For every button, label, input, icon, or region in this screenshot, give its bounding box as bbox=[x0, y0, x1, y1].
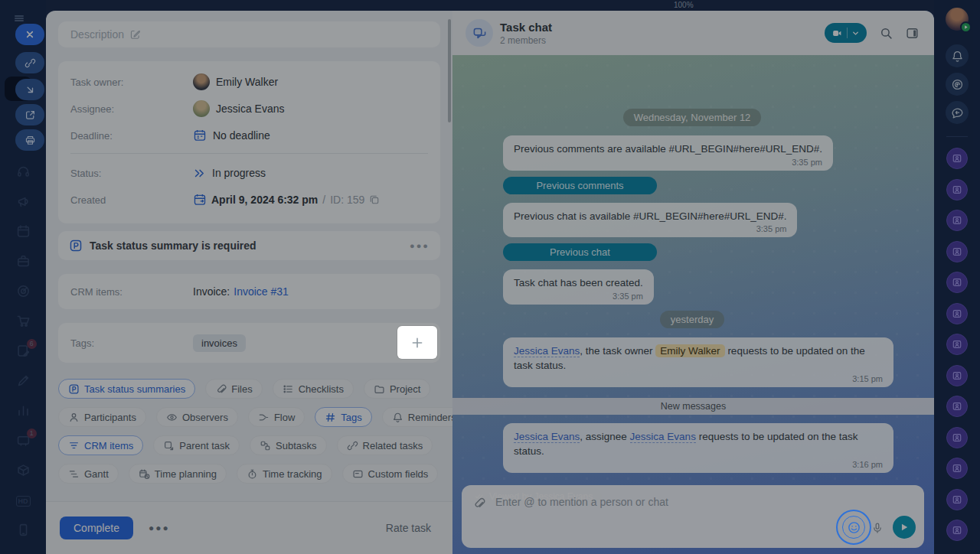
deadline-value[interactable]: No deadline bbox=[213, 129, 270, 142]
aitv-icon[interactable]: 1 bbox=[16, 433, 31, 448]
panel-scrollbar[interactable] bbox=[448, 19, 451, 122]
zoom-indicator: 100% bbox=[674, 1, 694, 9]
recent-chat-item[interactable] bbox=[946, 396, 968, 417]
tab-custom-fields[interactable]: Custom fields bbox=[342, 464, 439, 484]
briefcase-icon bbox=[16, 254, 31, 269]
tab-files[interactable]: Files bbox=[205, 379, 262, 399]
tab-project[interactable]: Project bbox=[364, 379, 430, 399]
tab-checklists[interactable]: Checklists bbox=[273, 379, 354, 399]
tab-tags[interactable]: Tags bbox=[315, 407, 371, 427]
complete-button[interactable]: Complete bbox=[60, 517, 133, 539]
pen-icon[interactable] bbox=[16, 373, 31, 389]
new-messages-divider: New messages bbox=[452, 398, 934, 415]
chat-avatar[interactable] bbox=[466, 19, 493, 47]
chat-action-button[interactable]: Previous chat bbox=[503, 243, 657, 261]
phone-icon[interactable] bbox=[16, 523, 31, 538]
briefcase-icon[interactable] bbox=[16, 254, 31, 269]
arrow-down-right-icon bbox=[24, 84, 36, 96]
recent-chat-item[interactable] bbox=[946, 272, 968, 293]
user-mention-link[interactable]: Jessica Evans bbox=[514, 431, 580, 443]
add-tag-button[interactable] bbox=[397, 326, 437, 359]
menu-hamburger-icon[interactable] bbox=[12, 11, 26, 24]
task-owner-name[interactable]: Emily Walker bbox=[216, 76, 278, 88]
send-message-button[interactable] bbox=[893, 516, 916, 539]
video-call-button[interactable] bbox=[825, 23, 867, 43]
attach-file-button[interactable] bbox=[472, 496, 485, 510]
recent-chat-item[interactable] bbox=[946, 520, 968, 541]
print-button[interactable] bbox=[15, 129, 44, 151]
recent-chat-item[interactable] bbox=[946, 303, 968, 324]
user-mention-highlight[interactable]: Emily Walker bbox=[655, 344, 724, 357]
box-icon[interactable] bbox=[16, 463, 31, 478]
recent-chat-item[interactable] bbox=[946, 458, 968, 479]
status-value[interactable]: In progress bbox=[212, 167, 266, 179]
description-field[interactable]: Description bbox=[58, 21, 440, 47]
headset-icon[interactable] bbox=[16, 165, 31, 180]
hd-quality-icon[interactable]: HD bbox=[16, 493, 31, 508]
barchart-icon[interactable] bbox=[16, 403, 31, 419]
card-icon bbox=[952, 153, 962, 164]
chat-transfer-button[interactable] bbox=[946, 101, 969, 124]
more-actions-button[interactable]: ●●● bbox=[149, 523, 170, 533]
avatar[interactable] bbox=[193, 100, 210, 117]
chat-title: Task chat bbox=[500, 21, 552, 34]
message-input[interactable] bbox=[494, 492, 785, 512]
chat-action-button[interactable]: Previous comments bbox=[503, 177, 657, 194]
cart-icon[interactable] bbox=[16, 314, 31, 329]
chat-message: Task chat has been created.3:35 pm bbox=[503, 269, 654, 305]
tab-time-planning[interactable]: Time planning bbox=[129, 464, 227, 484]
user-avatar[interactable] bbox=[946, 8, 969, 31]
open-in-new-window-button[interactable] bbox=[15, 104, 44, 125]
recent-chat-item[interactable] bbox=[946, 148, 968, 169]
chat-members-count[interactable]: 2 members bbox=[500, 35, 552, 46]
tab-observers[interactable]: Observers bbox=[156, 407, 238, 427]
crm-item-link[interactable]: Invoice #31 bbox=[234, 285, 289, 298]
recent-chat-item[interactable] bbox=[946, 179, 968, 200]
task-owner-row: Task owner: Emily Walker bbox=[70, 70, 428, 93]
taskdoc-icon[interactable]: 6 bbox=[16, 344, 31, 359]
fields-icon bbox=[352, 468, 364, 480]
crm-item-prefix: Invoice: bbox=[193, 285, 230, 298]
calendar-icon[interactable] bbox=[16, 224, 31, 240]
search-icon bbox=[880, 27, 893, 40]
recent-chat-item[interactable] bbox=[946, 427, 968, 448]
avatar[interactable] bbox=[193, 73, 210, 90]
tab-participants[interactable]: Participants bbox=[58, 407, 146, 427]
recent-chat-item[interactable] bbox=[946, 365, 968, 386]
chat-sidebar-toggle-button[interactable] bbox=[906, 27, 919, 40]
chat-body: Wednesday, November 12Previous comments … bbox=[452, 55, 934, 554]
copilot-button[interactable] bbox=[946, 73, 969, 96]
box-icon bbox=[16, 463, 31, 477]
recent-chat-item[interactable] bbox=[946, 210, 968, 231]
rate-task-button[interactable]: Rate task bbox=[386, 522, 431, 534]
tab-gantt[interactable]: Gantt bbox=[58, 464, 119, 484]
recent-chat-item[interactable] bbox=[946, 241, 968, 262]
summary-more-button[interactable]: ●●● bbox=[410, 241, 430, 250]
calclock-icon bbox=[139, 468, 150, 480]
tab-time-tracking[interactable]: Time tracking bbox=[237, 464, 332, 484]
target-icon[interactable] bbox=[16, 284, 31, 299]
assignee-name[interactable]: Jessica Evans bbox=[216, 103, 284, 115]
message-text: , assignee bbox=[580, 431, 629, 442]
notifications-button[interactable] bbox=[946, 44, 969, 67]
tag-chip[interactable]: invoices bbox=[193, 334, 246, 352]
tab-related-tasks[interactable]: Related tasks bbox=[337, 435, 433, 455]
collapse-slider-button[interactable] bbox=[15, 79, 44, 100]
tab-subtasks[interactable]: Subtasks bbox=[250, 435, 326, 455]
copy-link-button[interactable] bbox=[15, 52, 44, 73]
recent-chat-item[interactable] bbox=[946, 334, 968, 355]
tab-crm-items[interactable]: CRM items bbox=[58, 435, 143, 455]
assignee-row: Assignee: Jessica Evans bbox=[70, 97, 428, 120]
tab-parent-task[interactable]: Parent task bbox=[153, 435, 240, 455]
user-mention-link[interactable]: Jessica Evans bbox=[514, 345, 580, 357]
tab-flow[interactable]: Flow bbox=[248, 407, 305, 427]
user-mention-link[interactable]: Jessica Evans bbox=[630, 431, 696, 443]
voice-message-button[interactable] bbox=[871, 520, 884, 534]
close-slider-button[interactable] bbox=[15, 24, 44, 45]
recent-chat-item[interactable] bbox=[946, 489, 968, 510]
megaphone-icon[interactable] bbox=[16, 194, 31, 210]
summary-required-banner[interactable]: Task status summary is required ●●● bbox=[58, 231, 440, 260]
tab-task-status-summaries[interactable]: Task status summaries bbox=[58, 379, 195, 399]
chat-search-button[interactable] bbox=[880, 27, 893, 40]
copy-icon[interactable] bbox=[369, 194, 380, 205]
